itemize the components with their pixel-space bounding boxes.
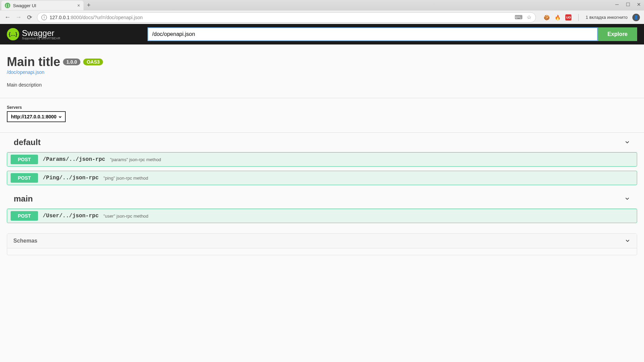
content-area: Main title 1.0.0 OAS3 /doc/openapi.json … [0,44,644,255]
url-text: 127.0.0.1:8000/docs/?url=/doc/openapi.js… [50,15,512,20]
schemas-title: Schemas [13,238,37,244]
extension-icon-2[interactable]: 🔥 [554,14,561,21]
divider [0,98,644,98]
reload-button[interactable]: ⟳ [26,14,33,21]
incognito-label: 1 вкладка инкогнито [585,15,628,20]
back-button[interactable]: ← [4,14,11,21]
chevron-down-icon [624,139,630,145]
swagger-logo[interactable]: {…} Swagger Supported by SMARTBEAR [7,28,60,40]
servers-label: Servers [7,105,637,110]
url-path: :8000/docs/?url=/doc/openapi.json [69,15,143,20]
extension-icon-1[interactable]: 🍪 [543,14,550,21]
tab-strip: { } Swagger UI × + ─ ☐ ✕ [0,0,644,10]
servers-section: Servers http://127.0.0.1:8000 [7,105,637,122]
close-window-icon[interactable]: ✕ [636,2,641,7]
method-badge: POST [11,211,38,221]
tag-header[interactable]: default [7,133,637,152]
url-input-group: Explore [147,27,637,41]
schemas-body [7,248,637,255]
spec-url-input[interactable] [147,27,598,41]
operation-summary: "params" json-rpc method [110,157,161,162]
url-host: 127.0.0.1 [50,15,69,20]
new-tab-button[interactable]: + [87,2,91,9]
navigation-bar: ← → ⟳ i 127.0.0.1:8000/docs/?url=/doc/op… [0,10,644,24]
schemas-header[interactable]: Schemas [7,234,637,248]
site-info-icon[interactable]: i [41,15,47,20]
explore-button[interactable]: Explore [598,27,637,41]
swagger-favicon-icon: { } [5,3,10,8]
incognito-avatar-icon[interactable]: 👤 [632,14,640,21]
operation-block[interactable]: POST /Params/../json-rpc "params" json-r… [7,152,637,167]
operation-block[interactable]: POST /Ping/../json-rpc "ping" json-rpc m… [7,171,637,185]
method-badge: POST [11,173,38,183]
tag-header[interactable]: main [7,189,637,209]
method-badge: POST [11,155,38,164]
tag-section-main: main POST /User/../json-rpc "user" json-… [7,189,637,223]
tag-name: default [14,138,41,147]
servers-select[interactable]: http://127.0.0.1:8000 [7,111,66,122]
api-title-row: Main title 1.0.0 OAS3 [7,55,637,69]
extension-icon-3[interactable]: UO [565,14,571,21]
spec-link[interactable]: /doc/openapi.json [7,69,44,75]
bookmark-star-icon[interactable]: ☆ [527,14,531,21]
api-description: Main description [7,82,637,88]
tab-close-icon[interactable]: × [77,3,80,8]
translate-icon[interactable]: ⌨ [515,14,523,21]
url-bar[interactable]: i 127.0.0.1:8000/docs/?url=/doc/openapi.… [37,12,536,23]
tag-name: main [14,194,33,204]
operation-summary: "user" json-rpc method [103,214,148,219]
swagger-logo-icon: {…} [7,28,19,40]
operation-summary: "ping" json-rpc method [103,176,148,181]
api-info: Main title 1.0.0 OAS3 /doc/openapi.json … [7,55,637,88]
toolbar-divider [578,14,579,21]
forward-button[interactable]: → [15,14,22,21]
schemas-section: Schemas [7,233,637,255]
api-title: Main title [7,55,60,69]
operation-block[interactable]: POST /User/../json-rpc "user" json-rpc m… [7,209,637,223]
operation-path: /Ping/../json-rpc [43,175,99,181]
swagger-logo-subtitle: Supported by SMARTBEAR [22,37,60,40]
operation-path: /Params/../json-rpc [43,156,105,163]
tag-section-default: default POST /Params/../json-rpc "params… [7,133,637,185]
tab-title: Swagger UI [13,3,75,8]
minimize-icon[interactable]: ─ [615,2,619,7]
maximize-icon[interactable]: ☐ [626,2,630,7]
version-badge: 1.0.0 [63,59,80,65]
browser-tab-active[interactable]: { } Swagger UI × [1,1,83,10]
operation-path: /User/../json-rpc [43,213,99,219]
chevron-down-icon [624,238,631,244]
window-controls: ─ ☐ ✕ [615,2,641,7]
oas-badge: OAS3 [83,59,103,65]
toolbar-icons: 🍪 🔥 UO 1 вкладка инкогнито 👤 [543,14,640,21]
browser-chrome: { } Swagger UI × + ─ ☐ ✕ ← → ⟳ i 127.0.0… [0,0,644,24]
chevron-down-icon [624,196,630,202]
swagger-topbar: {…} Swagger Supported by SMARTBEAR Explo… [0,24,644,44]
